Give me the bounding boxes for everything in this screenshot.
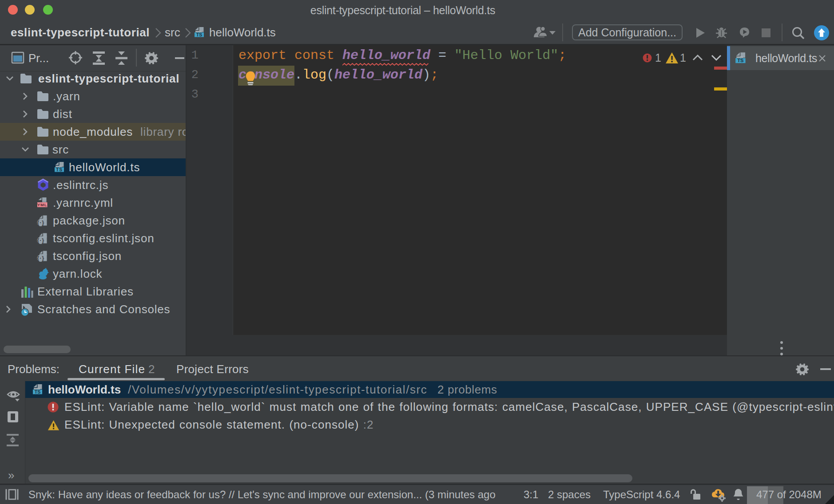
svg-text:TS: TS — [737, 58, 744, 63]
svg-text:{·}: {·} — [37, 255, 44, 261]
svg-text:{·}: {·} — [37, 219, 44, 226]
svg-text:TS: TS — [35, 389, 40, 394]
svg-text:{·}: {·} — [37, 237, 44, 244]
svg-text:YML: YML — [37, 202, 47, 207]
svg-text:TS: TS — [56, 167, 63, 172]
svg-text:TS: TS — [196, 32, 202, 37]
